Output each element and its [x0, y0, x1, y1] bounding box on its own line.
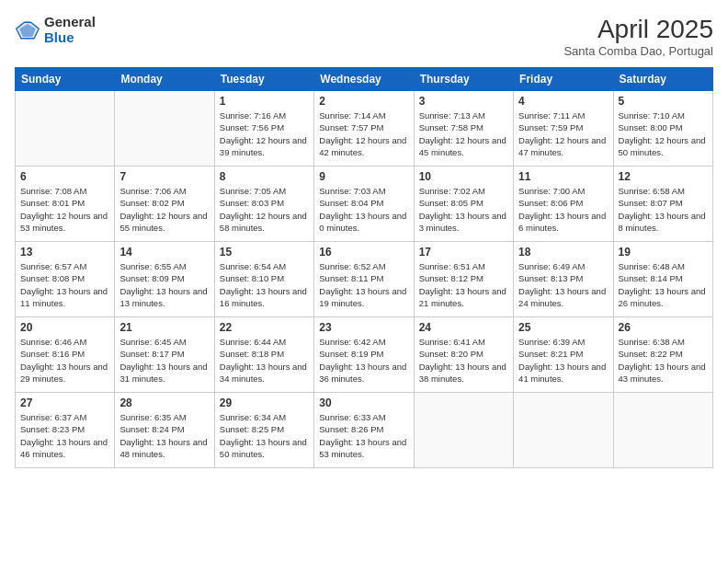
day-number: 22 [220, 321, 309, 334]
calendar-cell [613, 393, 712, 468]
day-number: 15 [220, 246, 309, 259]
calendar-cell: 20Sunrise: 6:46 AM Sunset: 8:16 PM Dayli… [16, 317, 115, 393]
day-info: Sunrise: 6:44 AM Sunset: 8:18 PM Dayligh… [220, 336, 309, 385]
day-number: 3 [419, 95, 508, 108]
day-info: Sunrise: 7:03 AM Sunset: 8:04 PM Dayligh… [319, 185, 408, 234]
calendar-cell: 15Sunrise: 6:54 AM Sunset: 8:10 PM Dayli… [214, 242, 313, 317]
day-info: Sunrise: 6:48 AM Sunset: 8:14 PM Dayligh… [619, 260, 708, 309]
calendar-cell: 21Sunrise: 6:45 AM Sunset: 8:17 PM Dayli… [115, 317, 214, 393]
day-number: 24 [419, 321, 508, 334]
logo-icon [15, 17, 40, 43]
page: General Blue April 2025 Santa Comba Dao,… [0, 0, 728, 563]
calendar-cell: 28Sunrise: 6:35 AM Sunset: 8:24 PM Dayli… [115, 393, 214, 468]
day-info: Sunrise: 7:16 AM Sunset: 7:56 PM Dayligh… [220, 109, 309, 158]
calendar-cell [16, 91, 115, 167]
day-number: 16 [319, 246, 408, 259]
day-info: Sunrise: 6:37 AM Sunset: 8:23 PM Dayligh… [20, 411, 109, 460]
day-info: Sunrise: 7:13 AM Sunset: 7:58 PM Dayligh… [419, 109, 508, 158]
title-block: April 2025 Santa Comba Dao, Portugal [563, 15, 713, 58]
day-info: Sunrise: 6:54 AM Sunset: 8:10 PM Dayligh… [220, 260, 309, 309]
day-number: 25 [518, 321, 608, 334]
weekday-header: Tuesday [214, 68, 313, 91]
weekday-header: Thursday [414, 68, 513, 91]
weekday-header: Friday [514, 68, 613, 91]
calendar-cell [514, 393, 613, 468]
day-info: Sunrise: 6:55 AM Sunset: 8:09 PM Dayligh… [119, 260, 209, 309]
day-number: 28 [119, 396, 209, 409]
day-info: Sunrise: 6:35 AM Sunset: 8:24 PM Dayligh… [119, 411, 209, 460]
calendar-cell: 24Sunrise: 6:41 AM Sunset: 8:20 PM Dayli… [414, 317, 513, 393]
day-info: Sunrise: 7:08 AM Sunset: 8:01 PM Dayligh… [20, 185, 109, 234]
calendar-cell: 30Sunrise: 6:33 AM Sunset: 8:26 PM Dayli… [314, 393, 414, 468]
calendar-cell: 27Sunrise: 6:37 AM Sunset: 8:23 PM Dayli… [16, 393, 115, 468]
day-number: 17 [419, 246, 508, 259]
day-number: 6 [20, 170, 109, 183]
day-number: 26 [619, 321, 708, 334]
day-number: 14 [119, 246, 209, 259]
day-number: 8 [220, 170, 309, 183]
calendar-week-row: 20Sunrise: 6:46 AM Sunset: 8:16 PM Dayli… [16, 317, 713, 393]
logo-text: General Blue [44, 15, 96, 45]
calendar-cell: 10Sunrise: 7:02 AM Sunset: 8:05 PM Dayli… [414, 167, 513, 242]
day-info: Sunrise: 7:05 AM Sunset: 8:03 PM Dayligh… [220, 185, 309, 234]
day-info: Sunrise: 6:49 AM Sunset: 8:13 PM Dayligh… [518, 260, 608, 309]
day-number: 11 [518, 170, 608, 183]
day-info: Sunrise: 6:41 AM Sunset: 8:20 PM Dayligh… [419, 336, 508, 385]
calendar-cell: 14Sunrise: 6:55 AM Sunset: 8:09 PM Dayli… [115, 242, 214, 317]
day-info: Sunrise: 7:11 AM Sunset: 7:59 PM Dayligh… [518, 109, 608, 158]
day-number: 4 [518, 95, 608, 108]
day-info: Sunrise: 6:34 AM Sunset: 8:25 PM Dayligh… [220, 411, 309, 460]
day-number: 2 [319, 95, 408, 108]
weekday-header: Saturday [613, 68, 712, 91]
day-number: 29 [220, 396, 309, 409]
day-number: 18 [518, 246, 608, 259]
logo-general: General [44, 14, 96, 29]
calendar-cell: 3Sunrise: 7:13 AM Sunset: 7:58 PM Daylig… [414, 91, 513, 167]
day-number: 10 [419, 170, 508, 183]
day-number: 9 [319, 170, 408, 183]
day-number: 19 [619, 246, 708, 259]
day-info: Sunrise: 6:42 AM Sunset: 8:19 PM Dayligh… [319, 336, 408, 385]
logo-blue: Blue [44, 29, 74, 45]
calendar-cell: 18Sunrise: 6:49 AM Sunset: 8:13 PM Dayli… [514, 242, 613, 317]
day-info: Sunrise: 7:00 AM Sunset: 8:06 PM Dayligh… [518, 185, 608, 234]
day-number: 12 [619, 170, 708, 183]
calendar-cell: 6Sunrise: 7:08 AM Sunset: 8:01 PM Daylig… [16, 167, 115, 242]
day-number: 21 [119, 321, 209, 334]
calendar-cell: 16Sunrise: 6:52 AM Sunset: 8:11 PM Dayli… [314, 242, 414, 317]
calendar-cell: 25Sunrise: 6:39 AM Sunset: 8:21 PM Dayli… [514, 317, 613, 393]
day-info: Sunrise: 6:39 AM Sunset: 8:21 PM Dayligh… [518, 336, 608, 385]
calendar-header-row: SundayMondayTuesdayWednesdayThursdayFrid… [16, 68, 713, 91]
day-info: Sunrise: 6:51 AM Sunset: 8:12 PM Dayligh… [419, 260, 508, 309]
header: General Blue April 2025 Santa Comba Dao,… [15, 15, 713, 58]
weekday-header: Wednesday [314, 68, 414, 91]
calendar-week-row: 1Sunrise: 7:16 AM Sunset: 7:56 PM Daylig… [16, 91, 713, 167]
day-info: Sunrise: 6:52 AM Sunset: 8:11 PM Dayligh… [319, 260, 408, 309]
weekday-header: Sunday [16, 68, 115, 91]
calendar-cell: 13Sunrise: 6:57 AM Sunset: 8:08 PM Dayli… [16, 242, 115, 317]
calendar-cell: 11Sunrise: 7:00 AM Sunset: 8:06 PM Dayli… [514, 167, 613, 242]
day-number: 13 [20, 246, 109, 259]
calendar-cell: 23Sunrise: 6:42 AM Sunset: 8:19 PM Dayli… [314, 317, 414, 393]
day-number: 30 [319, 396, 408, 409]
calendar-week-row: 13Sunrise: 6:57 AM Sunset: 8:08 PM Dayli… [16, 242, 713, 317]
calendar-cell: 26Sunrise: 6:38 AM Sunset: 8:22 PM Dayli… [613, 317, 712, 393]
day-info: Sunrise: 7:14 AM Sunset: 7:57 PM Dayligh… [319, 109, 408, 158]
day-number: 1 [220, 95, 309, 108]
calendar-cell: 19Sunrise: 6:48 AM Sunset: 8:14 PM Dayli… [613, 242, 712, 317]
calendar-week-row: 27Sunrise: 6:37 AM Sunset: 8:23 PM Dayli… [16, 393, 713, 468]
calendar-cell: 7Sunrise: 7:06 AM Sunset: 8:02 PM Daylig… [115, 167, 214, 242]
day-info: Sunrise: 6:38 AM Sunset: 8:22 PM Dayligh… [619, 336, 708, 385]
calendar-subtitle: Santa Comba Dao, Portugal [563, 44, 713, 58]
calendar-cell [115, 91, 214, 167]
calendar-table: SundayMondayTuesdayWednesdayThursdayFrid… [15, 67, 713, 468]
day-info: Sunrise: 6:45 AM Sunset: 8:17 PM Dayligh… [119, 336, 209, 385]
calendar-cell: 5Sunrise: 7:10 AM Sunset: 8:00 PM Daylig… [613, 91, 712, 167]
calendar-cell [414, 393, 513, 468]
day-info: Sunrise: 7:02 AM Sunset: 8:05 PM Dayligh… [419, 185, 508, 234]
calendar-cell: 29Sunrise: 6:34 AM Sunset: 8:25 PM Dayli… [214, 393, 313, 468]
day-number: 23 [319, 321, 408, 334]
calendar-cell: 2Sunrise: 7:14 AM Sunset: 7:57 PM Daylig… [314, 91, 414, 167]
calendar-cell: 9Sunrise: 7:03 AM Sunset: 8:04 PM Daylig… [314, 167, 414, 242]
calendar-week-row: 6Sunrise: 7:08 AM Sunset: 8:01 PM Daylig… [16, 167, 713, 242]
